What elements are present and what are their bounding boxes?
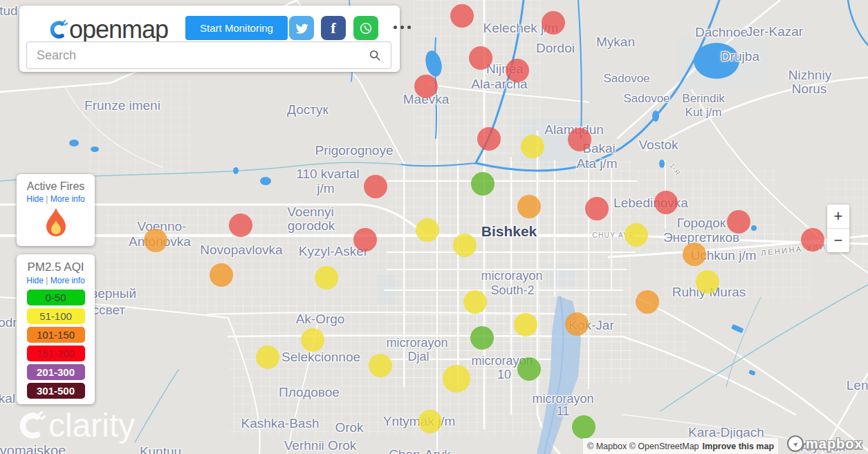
aqi-marker-r[interactable] (469, 46, 492, 70)
mapbox-attribution-link[interactable]: © Mapbox (587, 442, 627, 451)
aqi-marker-r[interactable] (568, 128, 591, 151)
whatsapp-button[interactable] (353, 16, 378, 40)
aqi-marker-r[interactable] (414, 75, 438, 98)
aqi-marker-y[interactable] (521, 135, 544, 158)
logo-wordmark: openmap (69, 15, 168, 44)
aqi-range-pill: 0-50 (27, 290, 85, 305)
aqi-range-pill: 301-500 (27, 383, 85, 399)
openmap-app: StudFrunze imeniДостукPrigorognoye110 kv… (0, 0, 868, 454)
aqi-marker-y[interactable] (625, 223, 648, 247)
aqi-range-list: 0-5051-100101-150151-200201-300301-500 (17, 290, 95, 399)
active-fires-more-info-link[interactable]: More info (50, 194, 85, 204)
aqi-range-pill: 51-100 (27, 308, 85, 324)
aqi-marker-r[interactable] (801, 228, 824, 252)
aqi-marker-g[interactable] (470, 326, 494, 350)
improve-map-link[interactable]: Improve this map (703, 442, 775, 451)
aqi-marker-o[interactable] (565, 312, 589, 336)
aqi-marker-y[interactable] (369, 354, 392, 377)
aqi-marker-r[interactable] (477, 127, 501, 151)
openmap-logo-icon (47, 17, 68, 43)
aqi-marker-o[interactable] (210, 263, 233, 287)
aqi-more-info-link[interactable]: More info (50, 276, 85, 285)
search-input[interactable] (27, 48, 369, 63)
whatsapp-icon (358, 21, 373, 36)
fire-icon (42, 207, 70, 238)
header-card: openmap Start Monitoring f (19, 6, 400, 72)
search-box (26, 41, 391, 69)
aqi-range-pill: 151-200 (27, 346, 85, 361)
search-icon[interactable] (369, 49, 381, 62)
aqi-marker-y[interactable] (514, 313, 537, 337)
aqi-range-pill: 201-300 (27, 364, 85, 380)
aqi-legend-panel: PM2.5 AQI Hide | More info 0-5051-100101… (17, 254, 95, 404)
aqi-marker-g[interactable] (471, 172, 495, 196)
aqi-marker-y[interactable] (418, 410, 442, 433)
map-attribution: © Mapbox © OpenStreetMap Improve this ma… (583, 438, 778, 454)
aqi-marker-y[interactable] (256, 346, 279, 369)
osm-attribution-link[interactable]: © OpenStreetMap (629, 442, 699, 451)
aqi-marker-r[interactable] (727, 210, 750, 234)
map-zoom-control: + − (827, 205, 849, 252)
aqi-marker-r[interactable] (506, 59, 529, 82)
active-fires-hide-link[interactable]: Hide (26, 194, 44, 204)
facebook-button[interactable]: f (321, 16, 346, 40)
active-fires-panel: Active Fires Hide | More info (17, 174, 95, 246)
aqi-range-pill: 101-150 (27, 327, 85, 343)
aqi-marker-r[interactable] (364, 175, 387, 198)
link-separator: | (46, 194, 48, 204)
aqi-marker-y[interactable] (453, 234, 477, 257)
mapbox-logo-icon (787, 435, 804, 452)
aqi-marker-r[interactable] (585, 197, 609, 220)
aqi-marker-r[interactable] (654, 191, 678, 214)
aqi-marker-y[interactable] (696, 270, 719, 294)
aqi-marker-o[interactable] (517, 195, 541, 218)
facebook-icon: f (331, 19, 335, 37)
zoom-out-button[interactable]: − (827, 229, 849, 252)
aqi-marker-g[interactable] (517, 357, 541, 381)
twitter-icon (295, 21, 308, 35)
aqi-marker-r[interactable] (542, 11, 565, 35)
aqi-hide-link[interactable]: Hide (26, 276, 44, 285)
more-menu-button[interactable] (394, 26, 411, 29)
aqi-marker-y[interactable] (463, 290, 487, 314)
aqi-marker-y[interactable] (416, 218, 439, 242)
aqi-marker-g[interactable] (572, 415, 595, 439)
start-monitoring-button[interactable]: Start Monitoring (185, 16, 288, 40)
zoom-in-button[interactable]: + (827, 205, 849, 228)
aqi-marker-y[interactable] (443, 365, 470, 392)
aqi-marker-o[interactable] (636, 290, 659, 314)
openmap-logo: openmap (47, 15, 168, 44)
aqi-marker-r[interactable] (450, 4, 474, 28)
aqi-marker-r[interactable] (229, 214, 252, 237)
aqi-legend-title: PM2.5 AQI (17, 261, 95, 274)
link-separator: | (46, 276, 48, 285)
aqi-marker-o[interactable] (683, 243, 706, 266)
twitter-button[interactable] (289, 16, 314, 40)
aqi-marker-y[interactable] (301, 328, 324, 352)
mapbox-logo-word: mapbox (806, 436, 863, 452)
active-fires-title: Active Fires (17, 180, 95, 193)
aqi-marker-r[interactable] (353, 228, 377, 252)
aqi-marker-y[interactable] (315, 266, 338, 290)
aqi-marker-o[interactable] (144, 229, 167, 252)
mapbox-logo[interactable]: mapbox (787, 435, 863, 452)
